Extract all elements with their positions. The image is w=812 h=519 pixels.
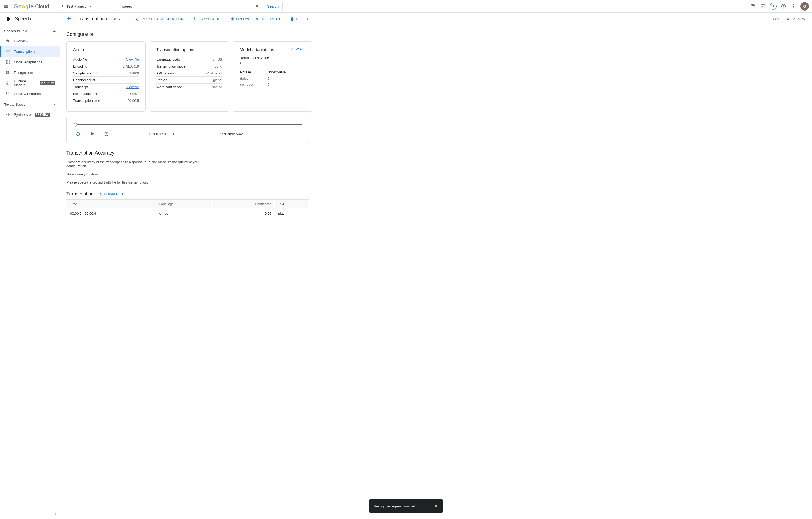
kv-label: Language code (156, 57, 180, 61)
accuracy-none: No accuracy to show. (66, 172, 204, 176)
nav-section-tts-label: Text-to-Speech (4, 103, 27, 107)
collapse-sidebar-icon[interactable] (54, 512, 58, 517)
kv-value: LINEAR16 (123, 64, 139, 68)
player-time: 00:00.0 / 00:00.6 (149, 132, 175, 136)
detail-header: Transcription details REUSE CONFIGURATIO… (60, 13, 812, 25)
gemini-icon[interactable] (750, 3, 756, 9)
nav-section-tts[interactable]: Text-to-Speech (0, 99, 60, 109)
copy-code-button[interactable]: COPY CODE (194, 17, 221, 21)
accuracy-hint: Please specify a ground truth file for t… (66, 180, 204, 184)
svg-rect-21 (8, 113, 9, 116)
kv-value: 1 (137, 78, 139, 82)
search-wrap: ✕ Search (119, 2, 283, 11)
audio-card: Audio Audio file View file Encoding LINE… (66, 41, 146, 112)
svg-rect-11 (8, 60, 8, 62)
sidebar-item-custom-models[interactable]: Custom Models PREVIEW (0, 78, 60, 88)
upload-ground-truth-button[interactable]: UPLOAD GROUND TRUTH (230, 17, 280, 21)
default-boost-label: Default boost value (240, 56, 306, 60)
sidebar-header[interactable]: Speech (0, 13, 60, 25)
download-button[interactable]: DOWNLOAD (99, 192, 123, 196)
kv-row: Transcription model Long (156, 63, 222, 69)
boost-cell: 5 (268, 76, 305, 81)
kv-row: Region global (156, 77, 222, 83)
svg-rect-12 (9, 60, 10, 62)
cell-time: 00:00.0 - 00:00.4 (67, 209, 156, 218)
col-text: Text (275, 200, 309, 208)
toast: Recognize request finished ✕ (369, 499, 443, 513)
logo-cloud-text: Cloud (35, 3, 49, 9)
gcp-logo[interactable]: Google Cloud (14, 3, 49, 9)
kv-value: global (213, 78, 222, 82)
configuration-title: Configuration (66, 32, 806, 37)
sidebar-item-recognizers[interactable]: Recognizers (0, 67, 60, 78)
player-track[interactable] (74, 124, 302, 125)
delete-button[interactable]: DELETE (290, 17, 310, 21)
audio-player: 5 5 00:00.0 / 00:00.6 test-audio.wav (66, 117, 309, 143)
page-title: Transcription details (78, 16, 120, 22)
clear-search-icon[interactable]: ✕ (255, 3, 259, 9)
table-row[interactable]: 00:00.0 - 00:00.4 en-us 0.96 plat (67, 209, 309, 218)
cloud-shell-icon[interactable] (760, 3, 766, 9)
back-arrow-icon[interactable] (66, 16, 72, 22)
menu-icon[interactable] (3, 3, 9, 9)
top-right-icons: 1 G (750, 2, 809, 10)
player-thumb[interactable] (74, 123, 77, 126)
kv-row: Language code en-US (156, 56, 222, 63)
product-title: Speech (15, 16, 31, 22)
view-transcript-file-link[interactable]: View file (126, 85, 139, 89)
nav-section-stt[interactable]: Speech-to-Text (0, 25, 60, 36)
svg-rect-19 (7, 113, 7, 116)
replay-5-icon[interactable]: 5 (75, 131, 81, 137)
svg-rect-22 (9, 114, 10, 115)
action-label: REUSE CONFIGURATION (141, 17, 183, 21)
accuracy-title: Transcription Accuracy (66, 150, 806, 156)
chevron-up-icon (53, 104, 56, 105)
accuracy-desc: Compare accuracy of the transcription to… (66, 160, 204, 168)
transcription-table: Time Language Confidence Text 00:00.0 - … (66, 199, 309, 219)
play-icon[interactable] (89, 131, 95, 137)
toast-close-icon[interactable]: ✕ (434, 503, 438, 509)
search-button[interactable]: Search (262, 2, 283, 11)
transcription-options-card: Transcription options Language code en-U… (150, 41, 229, 112)
more-vert-icon[interactable] (790, 3, 797, 9)
kv-value: Enabled (210, 85, 222, 89)
sidebar-item-synthesize[interactable]: Synthesize PREVIEW (0, 109, 60, 120)
search-box[interactable]: ✕ (119, 2, 262, 11)
sidebar-item-preview-features[interactable]: Preview Features (0, 88, 60, 99)
project-name: Test Project (66, 4, 86, 8)
project-picker[interactable]: Test Project (57, 2, 95, 11)
search-input[interactable] (122, 4, 255, 8)
svg-rect-18 (6, 114, 7, 115)
svg-point-4 (793, 6, 794, 7)
model-adaptations-card: VIEW ALL Model adaptations Default boost… (233, 41, 312, 112)
help-icon[interactable] (780, 3, 787, 9)
kv-label: Transcription model (156, 64, 186, 68)
chevron-up-icon (53, 30, 56, 32)
cell-language: en-us (156, 209, 212, 218)
cell-text: plat (275, 209, 309, 218)
svg-rect-7 (7, 17, 8, 21)
reuse-configuration-button[interactable]: REUSE CONFIGURATION (136, 17, 183, 21)
col-phrase: Phrase (240, 69, 267, 75)
table-row: daisy 5 (240, 76, 305, 81)
sidebar-item-overview[interactable]: Overview (0, 36, 60, 46)
card-title: Transcription options (156, 48, 222, 52)
sidebar-item-model-adaptations[interactable]: Model Adaptations (0, 57, 60, 67)
kv-row: Sample rate (hz) 32000 (73, 69, 139, 77)
view-all-link[interactable]: VIEW ALL (291, 48, 306, 51)
avatar[interactable]: G (801, 2, 809, 10)
svg-rect-13 (6, 62, 7, 64)
card-title: Audio (73, 48, 139, 52)
trial-badge[interactable]: 1 (770, 3, 777, 10)
sidebar-item-transcriptions[interactable]: Transcriptions (0, 46, 60, 57)
svg-point-1 (62, 5, 63, 6)
svg-text:5: 5 (78, 133, 79, 135)
adaptations-table: Phrase Boost value daisy 5 compost 5 (240, 68, 306, 88)
forward-5-icon[interactable]: 5 (104, 131, 109, 137)
player-filename: test-audio.wav (221, 132, 243, 136)
default-boost-value: 4 (240, 61, 306, 65)
view-audio-file-link[interactable]: View file (126, 57, 139, 61)
kv-value: Long (214, 64, 222, 68)
kv-row: Word confidence Enabled (156, 83, 222, 90)
kv-row: Transcript View file (73, 83, 139, 90)
